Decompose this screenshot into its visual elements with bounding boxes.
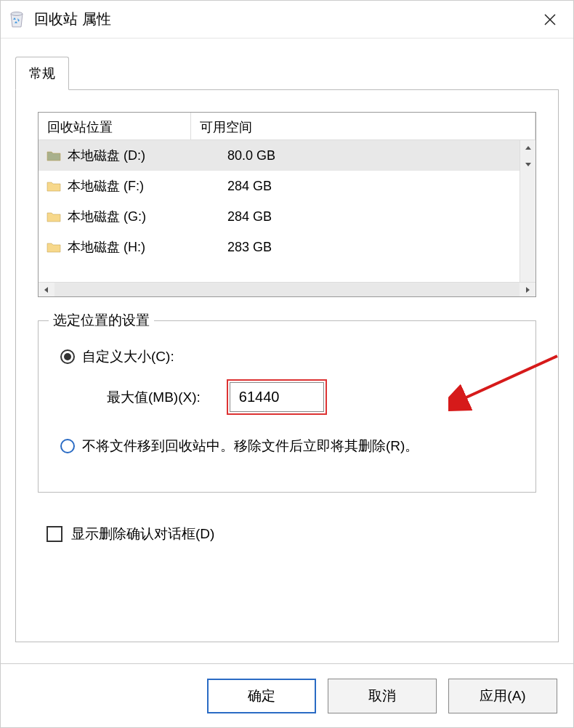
drive-row[interactable]: 本地磁盘 (D:)80.0 GB bbox=[39, 140, 535, 171]
groupbox-title: 选定位置的设置 bbox=[49, 311, 154, 330]
folder-icon bbox=[46, 209, 62, 225]
dialog-window: 回收站 属性 常规 回收站位置 可用空间 本地磁盘 (D:)80.0 GB本地磁… bbox=[0, 0, 574, 728]
content-area: 常规 回收站位置 可用空间 本地磁盘 (D:)80.0 GB本地磁盘 (F:)2… bbox=[1, 39, 573, 663]
drive-name: 本地磁盘 (D:) bbox=[68, 147, 204, 164]
scroll-down-icon[interactable] bbox=[520, 156, 535, 172]
folder-icon bbox=[46, 147, 62, 163]
close-icon bbox=[544, 14, 556, 25]
titlebar: 回收站 属性 bbox=[1, 1, 573, 39]
radio-no-move-row: 不将文件移到回收站中。移除文件后立即将其删除(R)。 bbox=[60, 437, 518, 456]
settings-groupbox: 选定位置的设置 自定义大小(C): 最大值(MB)(X): bbox=[38, 320, 536, 493]
vertical-scrollbar[interactable] bbox=[520, 140, 535, 282]
drive-row[interactable]: 本地磁盘 (H:)283 GB bbox=[39, 232, 535, 262]
drive-freespace: 284 GB bbox=[204, 179, 272, 194]
drive-freespace: 284 GB bbox=[204, 209, 272, 225]
close-button[interactable] bbox=[533, 2, 567, 37]
apply-button[interactable]: 应用(A) bbox=[448, 679, 557, 713]
tab-panel: 回收站位置 可用空间 本地磁盘 (D:)80.0 GB本地磁盘 (F:)284 … bbox=[15, 90, 559, 642]
max-size-input[interactable] bbox=[230, 382, 324, 412]
scroll-left-icon[interactable] bbox=[39, 283, 54, 296]
drive-row[interactable]: 本地磁盘 (G:)284 GB bbox=[39, 201, 535, 232]
confirm-checkbox[interactable] bbox=[47, 526, 62, 542]
max-size-row: 最大值(MB)(X): bbox=[107, 379, 518, 415]
max-size-label: 最大值(MB)(X): bbox=[107, 388, 201, 407]
drive-freespace: 283 GB bbox=[204, 240, 272, 255]
header-location[interactable]: 回收站位置 bbox=[39, 113, 191, 139]
confirm-checkbox-row: 显示删除确认对话框(D) bbox=[47, 525, 536, 543]
ok-button[interactable]: 确定 bbox=[207, 679, 316, 713]
drive-name: 本地磁盘 (F:) bbox=[68, 177, 204, 195]
header-freespace[interactable]: 可用空间 bbox=[191, 113, 535, 139]
radio-no-move-label[interactable]: 不将文件移到回收站中。移除文件后立即将其删除(R)。 bbox=[82, 437, 419, 456]
tab-strip: 常规 bbox=[15, 56, 559, 90]
drive-listview[interactable]: 回收站位置 可用空间 本地磁盘 (D:)80.0 GB本地磁盘 (F:)284 … bbox=[38, 112, 536, 297]
scroll-right-icon[interactable] bbox=[520, 283, 535, 296]
listview-rows: 本地磁盘 (D:)80.0 GB本地磁盘 (F:)284 GB本地磁盘 (G:)… bbox=[39, 140, 535, 282]
scroll-track[interactable] bbox=[54, 283, 520, 296]
tab-general[interactable]: 常规 bbox=[15, 57, 69, 90]
drive-freespace: 80.0 GB bbox=[204, 148, 275, 163]
scroll-up-icon[interactable] bbox=[520, 140, 535, 156]
svg-point-0 bbox=[11, 12, 23, 15]
drive-row[interactable]: 本地磁盘 (F:)284 GB bbox=[39, 171, 535, 201]
listview-header: 回收站位置 可用空间 bbox=[39, 113, 535, 140]
radio-custom-size-row: 自定义大小(C): bbox=[60, 347, 518, 366]
recycle-bin-icon bbox=[7, 9, 27, 30]
radio-custom-size[interactable] bbox=[60, 349, 75, 364]
window-title: 回收站 属性 bbox=[34, 9, 533, 29]
max-size-highlight bbox=[227, 379, 327, 415]
confirm-checkbox-label[interactable]: 显示删除确认对话框(D) bbox=[71, 525, 214, 543]
horizontal-scrollbar[interactable] bbox=[39, 282, 535, 296]
dialog-buttons: 确定 取消 应用(A) bbox=[1, 663, 573, 727]
folder-icon bbox=[46, 239, 62, 255]
cancel-button[interactable]: 取消 bbox=[328, 679, 437, 713]
folder-icon bbox=[46, 178, 62, 194]
radio-no-move[interactable] bbox=[60, 439, 75, 453]
drive-name: 本地磁盘 (H:) bbox=[68, 238, 204, 256]
radio-custom-size-label[interactable]: 自定义大小(C): bbox=[82, 347, 174, 366]
drive-name: 本地磁盘 (G:) bbox=[68, 208, 204, 225]
